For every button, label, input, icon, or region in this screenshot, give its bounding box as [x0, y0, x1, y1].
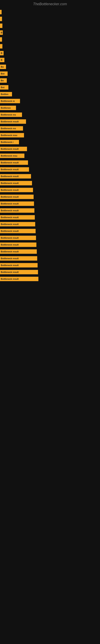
bar-row: Bottleneck result — [0, 222, 100, 227]
bar-label: Bottleneck result — [1, 230, 19, 232]
bar-item: Bottleneck result — [0, 277, 38, 281]
bar-item: Bottleneck result — [0, 215, 35, 220]
bar-label: Bottleneck result — [1, 209, 19, 212]
bar-label: Bottleneck result — [1, 175, 19, 178]
bar-label: Bottleneck result — [1, 168, 19, 171]
bar-row — [0, 16, 100, 22]
bar-row: Bottleneck result — [0, 256, 100, 261]
bar-item — [0, 10, 1, 14]
bar-row: Bot — [0, 84, 100, 90]
bar-item: Bottleneck result — [0, 119, 26, 124]
bar-row: Bottlenec — [0, 105, 100, 111]
site-title: TheBottlenecker.com — [0, 0, 100, 7]
bar-item: Bot — [0, 72, 8, 76]
bar-item: B — [0, 58, 4, 62]
bar-item — [0, 24, 2, 28]
bar-row: Bottleneck result — [0, 167, 100, 172]
bar-label: B — [1, 52, 2, 54]
bar-item: Bottleneck resu — [0, 154, 24, 158]
bar-row: B — [0, 57, 100, 63]
bar-item: Bottleneck result — [0, 242, 36, 247]
bar-item: Bottleneck re — [0, 99, 20, 103]
bar-row: Bottleneck r — [0, 139, 100, 145]
bar-label: Bottleneck result — [1, 182, 19, 184]
bar-item: Bottleneck result — [0, 229, 36, 233]
bar-item: Bottleneck res — [0, 112, 22, 117]
bar-label: Bottleneck result — [1, 196, 19, 198]
bar-label: Bot — [1, 86, 4, 88]
bar-label: Bottleneck result — [1, 271, 19, 273]
bar-row: Bottleneck result — [0, 228, 100, 234]
bar-row: Bottleneck result — [0, 242, 100, 248]
bar-label: Bottleneck result — [1, 189, 19, 191]
bar-item: Bo — [0, 64, 6, 69]
bar-item: B — [0, 30, 3, 35]
bar-row: Bottleneck result — [0, 180, 100, 186]
bar-label: Bottleneck result — [1, 278, 19, 280]
bar-label: Bottleneck result — [1, 202, 19, 205]
bar-item: Bottleneck result — [0, 194, 34, 199]
bar-row: Bottleneck result — [0, 249, 100, 254]
bar-label: Bo — [1, 66, 4, 68]
bar-row: Bottleneck result — [0, 187, 100, 193]
bar-item: Bottleneck result — [0, 270, 38, 274]
bar-label: Bottlen — [1, 93, 8, 96]
bar-item: Bottleneck result — [0, 167, 29, 172]
bar-row: Bottleneck result — [0, 269, 100, 275]
bar-item: Bottleneck result — [0, 202, 34, 206]
bar-item — [0, 37, 2, 42]
bar-item: Bottleneck result — [0, 147, 27, 151]
bar-row: Bottleneck result — [0, 146, 100, 152]
bar-row — [0, 44, 100, 49]
bar-label: Bottleneck result — [1, 257, 19, 260]
bar-row: Bottleneck resu — [0, 153, 100, 158]
bar-label: Bottleneck resu — [1, 154, 17, 157]
bar-item: Bottleneck res — [0, 126, 23, 130]
bar-label: Bottlenec — [1, 107, 11, 109]
bar-row: Bottleneck result — [0, 262, 100, 268]
bar-label: Bot — [1, 72, 4, 75]
bar-label: Bottleneck result — [1, 120, 19, 123]
bar-item: Bottleneck result — [0, 263, 38, 268]
bar-row: B — [0, 30, 100, 36]
bar-label: B — [1, 32, 2, 34]
bar-label: Bottleneck result — [1, 216, 19, 218]
bar-item: Bottleneck result — [0, 236, 36, 240]
bar-label: Bottleneck r — [1, 141, 14, 143]
bar-row: B — [0, 50, 100, 56]
bar-row: Bottleneck res — [0, 126, 100, 131]
bar-item: Bottleneck result — [0, 208, 34, 213]
bar-row: Bo — [0, 78, 100, 83]
bar-label: Bottleneck result — [1, 148, 19, 150]
bar-label: Bo — [1, 79, 4, 82]
bar-label: Bottleneck re — [1, 100, 15, 102]
bar-row — [0, 23, 100, 28]
bar-item: Bottleneck result — [0, 174, 31, 178]
bar-label: Bottleneck resu — [1, 134, 17, 136]
bar-item — [0, 44, 2, 48]
bar-row — [0, 37, 100, 42]
bar-label: B — [1, 59, 2, 61]
bar-row: Bottleneck result — [0, 214, 100, 220]
bar-row: Bottleneck result — [0, 208, 100, 213]
bar-item: Bo — [0, 78, 7, 83]
bar-item: Bottlen — [0, 92, 12, 96]
bar-label: Bottleneck result — [1, 250, 19, 253]
bar-row: Bottleneck result — [0, 235, 100, 241]
bar-label: Bottleneck result — [1, 264, 19, 266]
bar-row: Bottleneck result — [0, 160, 100, 166]
bar-row — [0, 9, 100, 15]
bar-row: Bottleneck result — [0, 276, 100, 282]
bar-item: Bottleneck result — [0, 222, 35, 226]
bar-label: Bottleneck res — [1, 127, 16, 130]
bar-item: B — [0, 51, 3, 55]
bar-item: Bottleneck resu — [0, 133, 24, 138]
bar-row: Bottleneck result — [0, 174, 100, 179]
bars-container: BBBBoBotBoBotBottlenBottleneck reBottlen… — [0, 7, 100, 285]
bar-row: Bottleneck resu — [0, 132, 100, 138]
bar-row: Bottlen — [0, 91, 100, 97]
bar-item: Bottleneck result — [0, 256, 37, 260]
bar-item: Bot — [0, 85, 8, 90]
bar-label: Bottleneck result — [1, 244, 19, 246]
bar-row: Bottleneck re — [0, 98, 100, 104]
